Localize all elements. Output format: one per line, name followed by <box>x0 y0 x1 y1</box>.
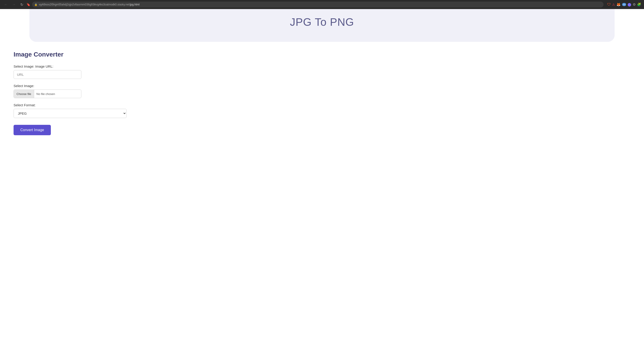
browser-extensions: 🛡 ⚠ 🦊 53 ⬤ ⚙ 🧩 <box>607 3 641 7</box>
gear-icon[interactable]: ⚙ <box>633 3 636 7</box>
address-bar[interactable]: 🔒 vg4i9oos2l5hgm55ahdj2sjjo2v8asrmm036g9… <box>32 2 604 8</box>
fox-icon[interactable]: 🦊 <box>616 3 621 7</box>
browser-chrome: ← → ↻ 🔖 🔒 vg4i9oos2l5hgm55ahdj2sjjo2v8as… <box>0 0 644 9</box>
url-display: vg4i9oos2l5hgm55ahdj2sjjo2v8asrmm036g93i… <box>39 3 601 6</box>
circle-icon[interactable]: ⬤ <box>628 3 631 7</box>
file-input-wrapper: Choose file No file chosen <box>14 90 81 98</box>
forward-button[interactable]: → <box>11 2 17 8</box>
badge-count: 53 <box>622 3 626 6</box>
warning-icon[interactable]: ⚠ <box>612 3 615 6</box>
file-form-group: Select Image: Choose file No file chosen <box>14 84 190 98</box>
url-label: Select Image: Image URL: <box>14 65 190 68</box>
lock-icon: 🔒 <box>34 3 38 6</box>
brave-shield-icon[interactable]: 🛡 <box>607 3 611 7</box>
file-label: Select Image: <box>14 84 190 88</box>
url-input[interactable] <box>14 70 81 79</box>
format-label: Select Format: <box>14 103 190 107</box>
url-normal-part: vg4i9oos2l5hgm55ahdj2sjjo2v8asrmm036g93i… <box>39 3 130 6</box>
convert-image-button[interactable]: Convert Image <box>14 125 51 135</box>
back-button[interactable]: ← <box>3 2 9 8</box>
hero-title: JPG To PNG <box>38 16 606 28</box>
page-content: JPG To PNG Image Converter Select Image:… <box>0 9 644 341</box>
bookmark-icon: 🔖 <box>26 3 30 6</box>
file-name-text: No file chosen <box>34 92 57 96</box>
url-form-group: Select Image: Image URL: <box>14 65 190 79</box>
format-form-group: Select Format: JPEG PNG WEBP GIF BMP TIF… <box>14 103 190 118</box>
main-content: Image Converter Select Image: Image URL:… <box>0 42 203 144</box>
format-select[interactable]: JPEG PNG WEBP GIF BMP TIFF <box>14 109 126 118</box>
url-bold-part: jpg.html <box>130 3 140 6</box>
section-title: Image Converter <box>14 51 190 58</box>
reload-button[interactable]: ↻ <box>19 2 25 8</box>
choose-file-button[interactable]: Choose file <box>14 90 34 98</box>
puzzle-icon[interactable]: 🧩 <box>637 3 641 7</box>
hero-banner: JPG To PNG <box>30 9 614 42</box>
